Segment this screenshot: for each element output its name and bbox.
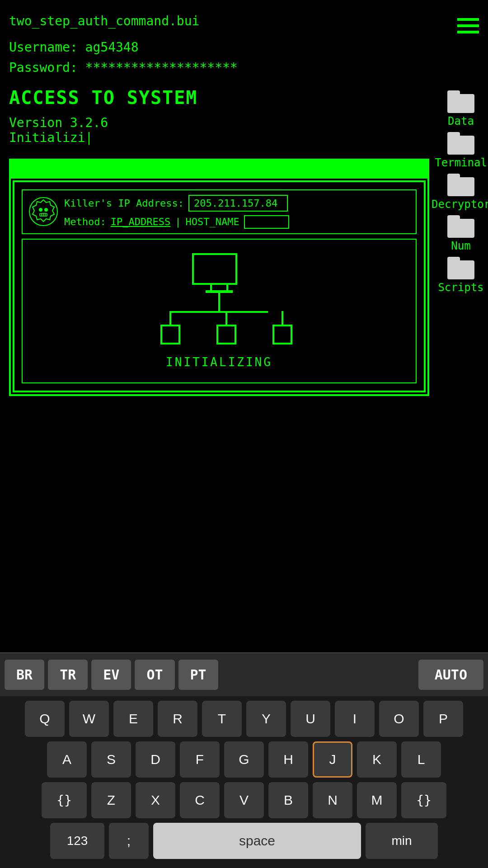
username-line: Username: ag54348: [9, 38, 238, 58]
header-left: two_step_auth_command.bui Username: ag54…: [9, 14, 238, 78]
toolbar-btn-ot[interactable]: OT: [135, 660, 174, 690]
password-value: ********************: [85, 60, 238, 75]
key-l[interactable]: L: [401, 741, 441, 778]
toolbar-btn-br[interactable]: BR: [5, 660, 44, 690]
keyboard-row-1: Q W E R T Y U I O P: [3, 701, 485, 737]
method-separator: |: [175, 216, 181, 227]
credentials: Username: ag54348 Password: ************…: [9, 38, 238, 78]
sidebar-item-decryptor[interactable]: Decryptor: [432, 174, 488, 211]
access-title: ACCESS TO SYSTEM: [9, 87, 420, 108]
key-k[interactable]: K: [357, 741, 397, 778]
username-value: ag54348: [85, 40, 139, 55]
key-123[interactable]: 123: [50, 823, 104, 859]
network-branches: [160, 311, 278, 344]
key-min[interactable]: min: [366, 823, 438, 859]
key-v[interactable]: V: [224, 782, 264, 818]
password-label: Password:: [9, 60, 78, 75]
toolbar-btn-tr[interactable]: TR: [48, 660, 88, 690]
method-row: Method: IP_ADDRESS | HOST_NAME: [64, 215, 409, 229]
key-t[interactable]: T: [202, 701, 242, 737]
init-text: Initializi|: [9, 130, 420, 145]
keyboard-row-bottom: 123 ; space min: [3, 823, 485, 859]
sidebar-item-data[interactable]: Data: [447, 90, 474, 127]
skull-icon: [29, 197, 58, 226]
key-o[interactable]: O: [379, 701, 419, 737]
key-left-brace[interactable]: {}: [42, 782, 87, 818]
terminal-titlebar: [11, 160, 427, 179]
key-j[interactable]: J: [313, 741, 352, 778]
branch-line-center: [225, 311, 227, 325]
key-m[interactable]: M: [357, 782, 397, 818]
monitor-stand: [210, 285, 228, 290]
sidebar-label-num: Num: [451, 240, 470, 252]
key-h[interactable]: H: [268, 741, 308, 778]
method-ip-address[interactable]: IP_ADDRESS: [111, 216, 170, 227]
access-section: ACCESS TO SYSTEM Version 3.2.6 Initializ…: [0, 83, 429, 150]
header: two_step_auth_command.bui Username: ag54…: [0, 0, 488, 83]
key-g[interactable]: G: [224, 741, 264, 778]
key-b[interactable]: B: [268, 782, 308, 818]
svg-point-1: [39, 208, 42, 212]
key-semicolon[interactable]: ;: [109, 823, 149, 859]
key-r[interactable]: R: [158, 701, 197, 737]
branch-node-left: [160, 311, 180, 344]
ip-value: 205.211.157.84: [188, 195, 288, 212]
username-label: Username:: [9, 40, 78, 55]
network-diagram: [160, 253, 278, 344]
sidebar-item-terminal[interactable]: Terminal: [435, 132, 487, 169]
keyboard-area: BR TR EV OT PT AUTO Q W E R T Y U I O P: [0, 652, 488, 868]
ip-info: Killer's IP Address: 205.211.157.84 Meth…: [64, 195, 409, 229]
key-c[interactable]: C: [180, 782, 220, 818]
method-hostname[interactable]: HOST_NAME: [185, 216, 239, 227]
sidebar-item-num[interactable]: Num: [447, 215, 474, 252]
key-f[interactable]: F: [180, 741, 220, 778]
key-w[interactable]: W: [69, 701, 109, 737]
branch-node-right: [272, 311, 292, 344]
key-space[interactable]: space: [153, 823, 361, 859]
key-i[interactable]: I: [335, 701, 375, 737]
ip-address-box: Killer's IP Address: 205.211.157.84 Meth…: [22, 189, 417, 234]
folder-icon-num: [447, 215, 474, 238]
initializing-text: INITIALIZING: [166, 355, 272, 369]
key-s[interactable]: S: [91, 741, 131, 778]
node-box-right: [272, 325, 292, 344]
key-p[interactable]: P: [423, 701, 463, 737]
key-e[interactable]: E: [113, 701, 153, 737]
toolbar-btn-ev[interactable]: EV: [91, 660, 131, 690]
terminal-window: Killer's IP Address: 205.211.157.84 Meth…: [9, 159, 429, 396]
sidebar-label-scripts: Scripts: [438, 281, 483, 294]
branch-line-left: [169, 311, 171, 325]
sidebar-item-scripts[interactable]: Scripts: [438, 257, 483, 294]
node-box-center: [216, 325, 236, 344]
node-box-left: [160, 325, 180, 344]
sidebar-label-decryptor: Decryptor: [432, 198, 488, 211]
key-a[interactable]: A: [47, 741, 87, 778]
version-text: Version 3.2.6: [9, 115, 420, 130]
toolbar-btn-auto[interactable]: AUTO: [418, 660, 483, 690]
network-line-vertical: [218, 293, 220, 311]
folder-icon-decryptor: [447, 174, 474, 196]
password-line: Password: ********************: [9, 58, 238, 78]
key-n[interactable]: N: [313, 782, 352, 818]
key-z[interactable]: Z: [91, 782, 131, 818]
key-right-brace[interactable]: {}: [401, 782, 446, 818]
ip-row: Killer's IP Address: 205.211.157.84: [64, 195, 409, 212]
key-y[interactable]: Y: [246, 701, 286, 737]
sidebar-label-data: Data: [448, 115, 474, 127]
key-u[interactable]: U: [291, 701, 330, 737]
app-title: two_step_auth_command.bui: [9, 14, 238, 28]
toolbar-btn-pt[interactable]: PT: [178, 660, 218, 690]
app-container: two_step_auth_command.bui Username: ag54…: [0, 0, 488, 396]
key-x[interactable]: X: [136, 782, 175, 818]
svg-point-2: [44, 208, 48, 212]
monitor-base: [206, 290, 233, 293]
branch-node-center: [216, 311, 236, 344]
keyboard-row-3: {} Z X C V B N M {}: [3, 782, 485, 818]
key-d[interactable]: D: [136, 741, 175, 778]
key-q[interactable]: Q: [25, 701, 65, 737]
folder-icon-data: [447, 90, 474, 113]
method-label: Method:: [64, 216, 106, 227]
terminal-body: Killer's IP Address: 205.211.157.84 Meth…: [13, 180, 426, 392]
network-branches-container: [160, 311, 278, 344]
method-input-field[interactable]: [244, 215, 289, 229]
